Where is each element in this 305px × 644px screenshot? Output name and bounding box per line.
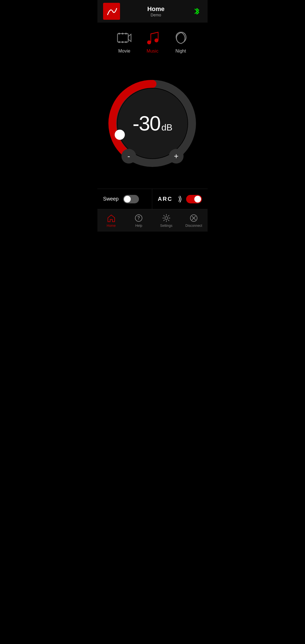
mode-movie-label: Movie <box>118 49 130 54</box>
app-logo <box>103 3 120 20</box>
movie-icon <box>116 29 133 46</box>
sweep-control: Sweep <box>97 189 152 209</box>
volume-display: -30 dB <box>132 112 172 135</box>
svg-point-3 <box>122 33 123 34</box>
svg-line-8 <box>151 32 158 34</box>
arc-toggle-knob <box>194 196 201 203</box>
svg-point-7 <box>125 41 127 43</box>
home-icon <box>107 214 116 223</box>
mode-music[interactable]: Music <box>144 29 161 54</box>
header: Home Demo <box>97 0 208 23</box>
svg-rect-0 <box>117 34 128 42</box>
arc-control: ARC <box>152 189 208 209</box>
svg-text:?: ? <box>137 216 140 220</box>
nav-home[interactable]: Home <box>97 209 125 232</box>
nav-disconnect-label: Disconnect <box>186 224 202 228</box>
svg-point-6 <box>122 41 123 43</box>
svg-point-13 <box>115 130 125 140</box>
header-title-block: Home Demo <box>120 5 192 17</box>
mode-night[interactable]: Night <box>172 29 189 54</box>
nav-help-label: Help <box>135 224 142 228</box>
arc-label: ARC <box>158 196 173 202</box>
mode-night-label: Night <box>175 49 186 54</box>
volume-decrease-button[interactable]: - <box>121 149 136 164</box>
sweep-toggle[interactable] <box>123 195 139 203</box>
nav-bar: Home ? Help Settings Dis <box>97 209 208 232</box>
arc-logo: ARC <box>158 196 182 203</box>
svg-point-16 <box>165 217 168 219</box>
help-icon: ? <box>134 214 143 223</box>
nav-home-label: Home <box>107 224 116 228</box>
svg-point-5 <box>118 41 120 43</box>
night-icon <box>172 29 189 46</box>
svg-point-10 <box>154 38 158 42</box>
bluetooth-icon[interactable] <box>192 6 202 16</box>
svg-point-9 <box>147 40 151 44</box>
volume-knob[interactable]: -30 dB - + <box>107 78 198 169</box>
sweep-label: Sweep <box>103 196 119 202</box>
nav-settings[interactable]: Settings <box>152 209 180 232</box>
mode-movie[interactable]: Movie <box>116 29 133 54</box>
nav-settings-label: Settings <box>160 224 172 228</box>
mode-selector: Movie Music Night <box>97 23 208 58</box>
mode-music-label: Music <box>147 49 158 54</box>
sweep-toggle-knob <box>124 196 131 203</box>
svg-point-2 <box>118 33 120 34</box>
bottom-controls: Sweep ARC <box>97 189 208 209</box>
volume-value: -30 <box>132 112 160 135</box>
nav-help[interactable]: ? Help <box>125 209 153 232</box>
svg-point-4 <box>125 33 127 34</box>
nav-disconnect[interactable]: Disconnect <box>180 209 208 232</box>
page-subtitle: Demo <box>120 13 192 17</box>
disconnect-icon <box>189 214 198 223</box>
page-title: Home <box>120 5 192 13</box>
music-icon <box>144 29 161 46</box>
arc-toggle[interactable] <box>186 195 202 203</box>
svg-marker-1 <box>128 34 131 42</box>
settings-icon <box>162 214 171 223</box>
volume-area: -30 dB - + <box>97 58 208 189</box>
volume-unit: dB <box>161 122 172 133</box>
volume-increase-button[interactable]: + <box>169 149 184 164</box>
